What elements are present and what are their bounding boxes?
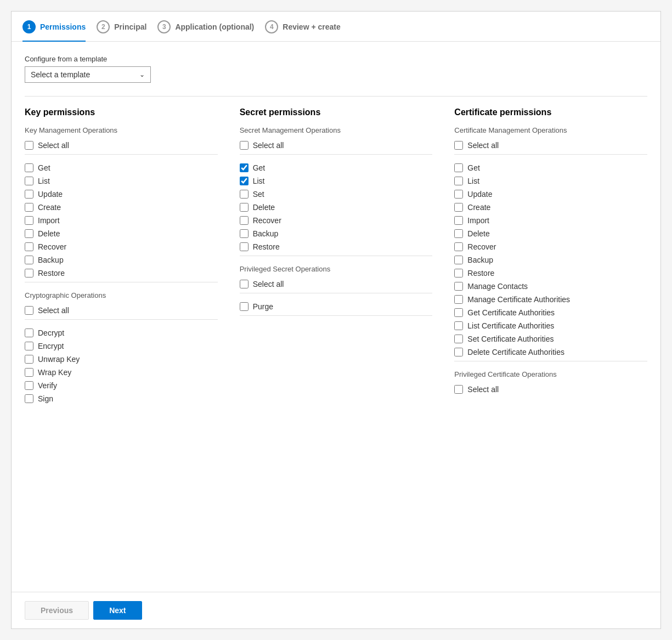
key-unwrap-checkbox[interactable]: [25, 355, 33, 364]
crypto-select-all-label: Select all: [38, 306, 69, 315]
cert-select-all-label: Select all: [467, 141, 499, 150]
key-sign-checkbox[interactable]: [25, 394, 33, 403]
cert-select-all-checkbox[interactable]: [454, 141, 463, 150]
priv-cert-select-all-label: Select all: [467, 385, 499, 394]
next-button[interactable]: Next: [93, 601, 142, 620]
template-dropdown[interactable]: Select a template ⌄: [25, 66, 151, 83]
key-import-label: Import: [38, 216, 60, 225]
secret-select-all-divider: [240, 154, 433, 155]
list-item: Delete: [25, 227, 218, 240]
cert-create-label: Create: [467, 203, 490, 212]
key-create-label: Create: [38, 203, 61, 212]
priv-secret-select-all-checkbox[interactable]: [240, 280, 249, 288]
key-permissions-title: Key permissions: [25, 107, 218, 117]
key-backup-label: Backup: [38, 256, 64, 264]
key-delete-label: Delete: [38, 229, 60, 238]
list-item: Delete Certificate Authorities: [454, 346, 647, 359]
cert-recover-label: Recover: [467, 242, 496, 251]
cert-list-ca-checkbox[interactable]: [454, 321, 463, 330]
key-recover-checkbox[interactable]: [25, 242, 33, 251]
key-list-checkbox[interactable]: [25, 177, 33, 185]
cert-delete-ca-checkbox[interactable]: [454, 348, 463, 356]
list-item: Backup: [454, 253, 647, 267]
key-unwrap-label: Unwrap Key: [38, 355, 80, 364]
list-item: Select all: [240, 277, 433, 291]
priv-secret-bottom-divider: [240, 315, 433, 316]
tab-circle-4: 4: [265, 20, 278, 33]
key-mgmt-bottom-divider: [25, 282, 218, 282]
cert-import-checkbox[interactable]: [454, 216, 463, 225]
priv-cert-select-all-checkbox[interactable]: [454, 385, 463, 394]
key-backup-checkbox[interactable]: [25, 256, 33, 264]
tab-circle-2: 2: [97, 20, 110, 33]
key-list-label: List: [38, 177, 50, 185]
list-item: Import: [454, 214, 647, 227]
cert-manage-contacts-checkbox[interactable]: [454, 282, 463, 291]
privileged-secret-list: Select all Purge: [240, 277, 433, 313]
tab-review[interactable]: 4 Review + create: [265, 20, 351, 41]
secret-backup-checkbox[interactable]: [240, 229, 249, 238]
priv-secret-select-all-divider: [240, 293, 433, 293]
cert-get-ca-checkbox[interactable]: [454, 308, 463, 317]
cert-update-checkbox[interactable]: [454, 190, 463, 199]
cert-delete-label: Delete: [467, 229, 489, 238]
crypto-list: Select all Decrypt Encrypt: [25, 304, 218, 405]
cert-get-checkbox[interactable]: [454, 163, 463, 172]
tab-application[interactable]: 3 Application (optional): [157, 20, 265, 41]
key-wrap-checkbox[interactable]: [25, 368, 33, 377]
cert-create-checkbox[interactable]: [454, 203, 463, 212]
secret-select-all-checkbox[interactable]: [240, 141, 249, 150]
list-item: Backup: [240, 227, 433, 240]
key-create-checkbox[interactable]: [25, 203, 33, 212]
key-select-all-checkbox[interactable]: [25, 141, 33, 150]
key-verify-checkbox[interactable]: [25, 381, 33, 390]
cert-backup-checkbox[interactable]: [454, 256, 463, 264]
secret-restore-checkbox[interactable]: [240, 242, 249, 251]
template-section: Configure from a template Select a templ…: [25, 55, 647, 83]
secret-recover-label: Recover: [253, 216, 281, 225]
secret-purge-checkbox[interactable]: [240, 302, 249, 311]
list-item: Backup: [25, 253, 218, 267]
key-management-list: Select all Get List Update: [25, 139, 218, 280]
key-delete-checkbox[interactable]: [25, 229, 33, 238]
list-item: List: [25, 174, 218, 188]
key-decrypt-checkbox[interactable]: [25, 329, 33, 337]
key-sign-label: Sign: [38, 394, 53, 403]
tab-permissions[interactable]: 1 Permissions: [22, 20, 97, 41]
secret-mgmt-bottom-divider: [240, 256, 433, 256]
tab-label-permissions: Permissions: [40, 22, 86, 31]
cert-restore-checkbox[interactable]: [454, 269, 463, 277]
cert-set-ca-label: Set Certificate Authorities: [467, 335, 554, 343]
cert-delete-checkbox[interactable]: [454, 229, 463, 238]
section-divider: [25, 96, 647, 97]
cert-manage-ca-checkbox[interactable]: [454, 295, 463, 304]
tab-principal[interactable]: 2 Principal: [97, 20, 157, 41]
secret-list-checkbox[interactable]: [240, 177, 249, 185]
cert-manage-contacts-label: Manage Contacts: [467, 282, 528, 291]
list-item: Restore: [25, 267, 218, 280]
key-update-checkbox[interactable]: [25, 190, 33, 199]
previous-button[interactable]: Previous: [25, 601, 89, 620]
cert-set-ca-checkbox[interactable]: [454, 335, 463, 343]
secret-get-checkbox[interactable]: [240, 163, 249, 172]
key-recover-label: Recover: [38, 242, 66, 251]
cert-recover-checkbox[interactable]: [454, 242, 463, 251]
list-item: Create: [25, 201, 218, 214]
secret-delete-checkbox[interactable]: [240, 203, 249, 212]
list-item: List Certificate Authorities: [454, 319, 647, 332]
cert-list-checkbox[interactable]: [454, 177, 463, 185]
key-import-checkbox[interactable]: [25, 216, 33, 225]
crypto-select-all-checkbox[interactable]: [25, 306, 33, 315]
key-decrypt-label: Decrypt: [38, 329, 64, 337]
list-item: Get: [25, 161, 218, 174]
secret-set-checkbox[interactable]: [240, 190, 249, 199]
main-content: Configure from a template Select a templ…: [12, 42, 660, 592]
key-encrypt-checkbox[interactable]: [25, 342, 33, 350]
key-get-checkbox[interactable]: [25, 163, 33, 172]
key-restore-checkbox[interactable]: [25, 269, 33, 277]
secret-management-section-title: Secret Management Operations: [240, 126, 433, 134]
cert-mgmt-bottom-divider: [454, 361, 647, 361]
privileged-secret-title: Privileged Secret Operations: [240, 265, 433, 273]
secret-recover-checkbox[interactable]: [240, 216, 249, 225]
secret-select-all-label: Select all: [253, 141, 284, 150]
